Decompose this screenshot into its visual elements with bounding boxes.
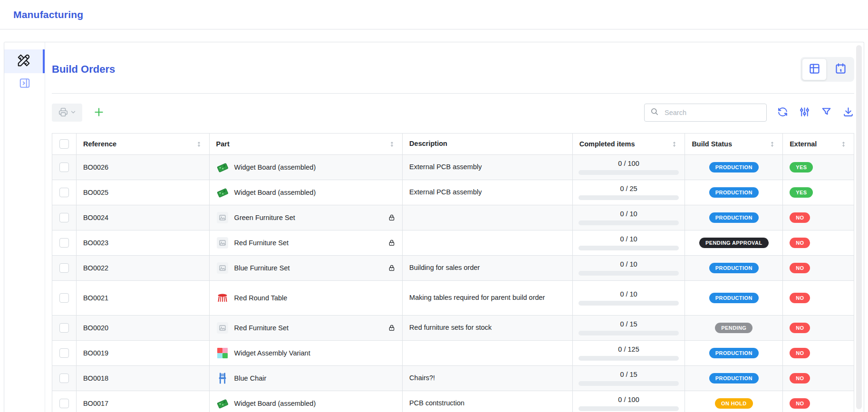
build-status-badge: PRODUCTION — [709, 293, 759, 303]
lock-icon — [384, 264, 395, 272]
row-checkbox[interactable] — [59, 238, 69, 248]
row-checkbox[interactable] — [59, 213, 69, 222]
sort-icon[interactable] — [388, 141, 395, 148]
build-status-badge: PRODUCTION — [709, 187, 759, 198]
row-checkbox[interactable] — [59, 188, 69, 197]
build-orders-table: Reference Part Des — [52, 133, 854, 412]
table-row[interactable]: BO0026Widget Board (assembled)External P… — [52, 155, 854, 180]
table-row[interactable]: BO0019Widget Assembly Variant0 / 125PROD… — [52, 341, 854, 366]
table-row[interactable]: BO0020Red Furniture SetRed furniture set… — [52, 316, 854, 341]
completed-cell: 0 / 10 — [573, 256, 685, 280]
completed-count: 0 / 10 — [620, 210, 637, 218]
description-cell — [403, 205, 573, 230]
progress-bar — [579, 406, 679, 411]
table-row[interactable]: BO0022Blue Furniture SetBuilding for sal… — [52, 256, 854, 281]
part-name: Widget Assembly Variant — [234, 349, 310, 357]
part-cell: Widget Board (assembled) — [210, 180, 403, 205]
filter-button[interactable] — [820, 106, 832, 119]
table-row[interactable]: BO0023Red Furniture Set0 / 10PENDING APP… — [52, 230, 854, 256]
external-badge: NO — [790, 398, 810, 409]
filter-icon — [820, 106, 832, 119]
add-build-order-button[interactable] — [93, 106, 105, 120]
expand-panel-button[interactable] — [4, 73, 45, 95]
description-cell: PCB contstruction — [403, 391, 573, 412]
external-cell: YES — [783, 180, 854, 205]
column-header-status[interactable]: Build Status — [685, 134, 783, 154]
sort-icon[interactable] — [671, 141, 678, 148]
column-header-external[interactable]: External — [783, 134, 854, 154]
progress-bar — [579, 170, 679, 175]
external-cell: NO — [783, 316, 854, 340]
download-button[interactable] — [842, 106, 854, 119]
row-checkbox[interactable] — [59, 374, 69, 383]
select-all-checkbox[interactable] — [59, 139, 69, 149]
completed-count: 0 / 100 — [618, 160, 639, 167]
app-title: Manufacturing — [13, 9, 83, 20]
reference-cell: BO0025 — [77, 180, 210, 205]
progress-bar — [579, 381, 679, 386]
tab-strip — [4, 42, 45, 412]
column-header-completed[interactable]: Completed items — [573, 134, 685, 154]
part-cell: Blue Chair — [210, 366, 403, 391]
column-header-reference[interactable]: Reference — [77, 134, 210, 154]
description-cell: External PCB assembly — [403, 155, 573, 180]
external-badge: NO — [790, 212, 810, 223]
search-input[interactable] — [664, 108, 761, 117]
external-badge: NO — [790, 373, 810, 383]
row-checkbox[interactable] — [59, 323, 69, 333]
status-cell: ON HOLD — [685, 391, 783, 412]
image-placeholder-thumb — [216, 211, 229, 224]
sort-icon[interactable] — [840, 141, 847, 148]
row-checkbox[interactable] — [59, 163, 69, 172]
table-view-icon — [808, 62, 821, 77]
part-cell: Green Furniture Set — [210, 205, 403, 230]
table-row[interactable]: BO0017Widget Board (assembled)PCB contst… — [52, 391, 854, 412]
tab-build-orders[interactable] — [4, 49, 45, 73]
lock-icon — [384, 214, 395, 221]
external-badge: NO — [790, 263, 810, 273]
part-cell: Widget Board (assembled) — [210, 391, 403, 412]
adjustments-button[interactable] — [799, 106, 810, 119]
part-name: Red Furniture Set — [234, 239, 289, 247]
refresh-button[interactable] — [777, 106, 789, 119]
select-cell — [52, 205, 77, 230]
completed-count: 0 / 125 — [618, 345, 639, 353]
variant-grid-thumb — [216, 347, 229, 359]
completed-cell: 0 / 100 — [573, 391, 685, 412]
table-header-row: Reference Part Des — [52, 134, 854, 155]
red-table-thumb — [216, 292, 229, 304]
row-checkbox[interactable] — [59, 293, 69, 303]
table-row[interactable]: BO0021Red Round TableMaking tables requi… — [52, 281, 854, 316]
calendar-view-button[interactable] — [828, 58, 853, 80]
select-cell — [52, 391, 77, 412]
external-cell: NO — [783, 391, 854, 412]
description-cell — [403, 230, 573, 255]
page-title: Build Orders — [52, 63, 115, 76]
row-checkbox[interactable] — [59, 263, 69, 273]
external-cell: YES — [783, 155, 854, 180]
status-cell: PENDING — [685, 316, 783, 340]
pcb-thumb — [216, 186, 229, 199]
table-view-button[interactable] — [802, 58, 827, 80]
sort-icon[interactable] — [769, 141, 776, 148]
scrollbar-thumb[interactable] — [856, 45, 862, 409]
external-badge: NO — [790, 323, 810, 333]
reference-cell: BO0018 — [77, 366, 210, 391]
select-cell — [52, 155, 77, 180]
progress-bar — [579, 331, 679, 335]
row-checkbox[interactable] — [59, 348, 69, 358]
table-row[interactable]: BO0025Widget Board (assembled)External P… — [52, 180, 854, 205]
row-checkbox[interactable] — [59, 399, 69, 408]
select-cell — [52, 180, 77, 205]
completed-count: 0 / 25 — [620, 185, 637, 192]
build-status-badge: PENDING APPROVAL — [699, 238, 768, 248]
progress-bar — [579, 195, 679, 200]
print-button[interactable] — [52, 104, 82, 122]
sort-icon[interactable] — [195, 141, 203, 148]
reference-cell: BO0019 — [77, 341, 210, 365]
build-status-badge: PRODUCTION — [709, 263, 759, 273]
column-header-part[interactable]: Part — [210, 134, 403, 154]
progress-bar — [579, 246, 679, 250]
table-row[interactable]: BO0024Green Furniture Set0 / 10PRODUCTIO… — [52, 205, 854, 230]
table-row[interactable]: BO0018Blue ChairChairs?!0 / 15PRODUCTION… — [52, 366, 854, 391]
